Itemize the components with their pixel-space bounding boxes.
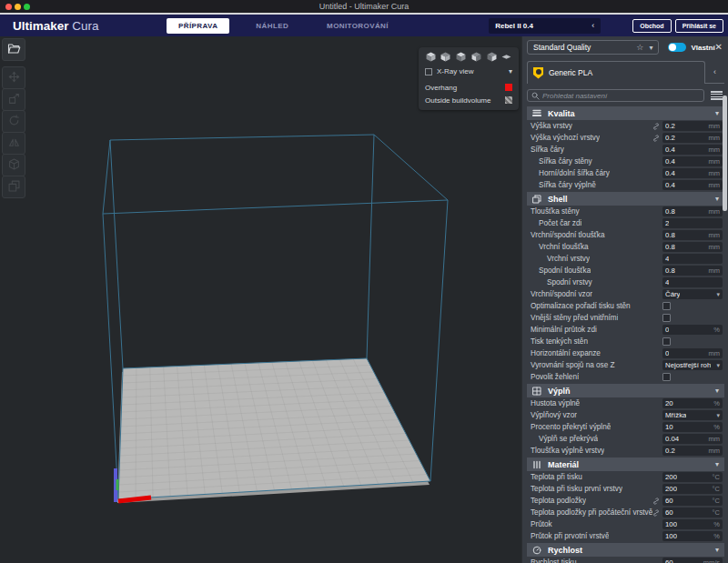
- setting-value-field[interactable]: 100 %: [662, 519, 723, 529]
- material-tab[interactable]: Generic PLA: [527, 61, 705, 84]
- search-box[interactable]: [527, 89, 704, 102]
- setting-value-field[interactable]: 0.4 mm: [662, 156, 723, 166]
- setting-label: Výplňový vzor: [527, 411, 577, 419]
- setting-value-field[interactable]: 4: [662, 254, 723, 264]
- setting-label: Spodní vrstvy: [527, 278, 592, 287]
- setting-value-field[interactable]: 0.8 mm: [662, 266, 723, 276]
- setting-value-field[interactable]: 0.8 mm: [662, 230, 723, 240]
- setting-value-field[interactable]: 10 %: [662, 422, 723, 432]
- setting-row-po-et-ar-zdi: Počet čar zdi 2: [527, 217, 724, 229]
- setting-value-field[interactable]: 0.4 mm: [662, 168, 723, 178]
- setting-value-field[interactable]: 0.4 mm: [662, 180, 723, 190]
- sign-in-button[interactable]: Přihlásit se: [675, 19, 723, 33]
- setting-label: Vrchní/spodní vzor: [527, 290, 592, 298]
- setting-label: Horní/dolní šířka čáry: [527, 169, 610, 177]
- build-volume-scene[interactable]: [0, 36, 521, 563]
- app-header: Ultimaker Cura PŘÍPRAVANÁHLEDMONITOROVÁN…: [0, 15, 728, 36]
- setting-value-field[interactable]: 200 °C: [662, 472, 723, 482]
- tab-monitorování[interactable]: MONITOROVÁNÍ: [315, 18, 400, 34]
- setting-label: Vrchní vrstvy: [527, 255, 590, 263]
- setting-value-field[interactable]: 0 %: [662, 325, 723, 335]
- move-tool-button[interactable]: [2, 66, 25, 89]
- view-mode-label: X-Ray view: [437, 67, 473, 75]
- view-front-button[interactable]: [440, 52, 451, 63]
- setting-value-field[interactable]: 0.4 mm: [662, 145, 723, 155]
- setting-checkbox[interactable]: [662, 302, 671, 310]
- printer-selector[interactable]: Rebel II 0.4 ‹: [489, 18, 601, 34]
- setting-label: Teplota podložky: [527, 497, 586, 505]
- build-volume-edge: [430, 200, 448, 481]
- minimize-window-button[interactable]: [15, 4, 21, 10]
- macos-titlebar: Untitled - Ultimaker Cura: [0, 0, 728, 13]
- rotate-tool-icon: [8, 114, 20, 130]
- setting-value-field[interactable]: 200 °C: [662, 484, 723, 494]
- setting-row-pr-tok: Průtok 100 %: [527, 518, 724, 530]
- setting-value-field[interactable]: 60 mm/s: [662, 558, 723, 563]
- setting-value-field[interactable]: 0.8 mm: [662, 242, 723, 252]
- setting-value-field[interactable]: 100 %: [662, 531, 723, 541]
- setting-value-field[interactable]: 60 °C: [662, 508, 723, 518]
- setting-dropdown[interactable]: Mřížka ▾: [662, 410, 723, 420]
- setting-value-field[interactable]: 0.2 mm: [662, 446, 723, 456]
- view-bottom-button[interactable]: [501, 52, 512, 63]
- scale-tool-button[interactable]: [2, 88, 25, 111]
- rotate-tool-button[interactable]: [2, 110, 25, 133]
- setting-row-ka-ry-st-ny: Šířka čáry stěny 0.4 mm: [527, 156, 724, 167]
- close-window-button[interactable]: [5, 4, 12, 10]
- open-file-button[interactable]: [2, 38, 25, 61]
- section-header-v-pl[interactable]: Výplň ▾: [527, 384, 724, 397]
- setting-label: Vyrovnání spojů na ose Z: [527, 361, 615, 369]
- build-volume-edge: [103, 140, 110, 214]
- collapse-panel-icon[interactable]: ‹: [713, 67, 716, 76]
- custom-mode-toggle[interactable]: [668, 43, 686, 52]
- profile-dropdown[interactable]: Standard Quality ☆ ▾: [527, 40, 659, 55]
- section-header-shell[interactable]: Shell ▾: [527, 192, 724, 206]
- setting-value-field[interactable]: 4: [662, 277, 723, 287]
- chevron-down-icon: ▾: [715, 387, 719, 395]
- view-right-button[interactable]: [486, 52, 497, 63]
- setting-value-field[interactable]: 0.04 mm: [662, 434, 723, 444]
- setting-value-field[interactable]: 20 %: [662, 398, 723, 408]
- scrollbar-thumb[interactable]: [723, 96, 727, 211]
- section-header-kvalita[interactable]: Kvalita ▾: [527, 106, 724, 120]
- per-model-settings-button[interactable]: [2, 154, 25, 176]
- section-header-rychlost[interactable]: Rychlost ▾: [527, 543, 724, 557]
- setting-row-teplota-podlo-ky-p-i-po-te-n-vrstv: Teplota podložky při počáteční vrstvě 60…: [527, 507, 724, 518]
- chevron-left-icon: ‹: [592, 21, 594, 30]
- setting-checkbox[interactable]: [662, 314, 671, 322]
- view-3d-button[interactable]: [425, 52, 436, 63]
- legend-item: Outside buildvolume: [425, 95, 512, 106]
- build-volume-edge: [110, 135, 374, 140]
- setting-value-field[interactable]: 0 mm: [662, 348, 723, 358]
- tab-příprava[interactable]: PŘÍPRAVA: [167, 18, 229, 34]
- section-header-materi-l[interactable]: Materiál ▾: [527, 457, 724, 471]
- search-input[interactable]: [542, 92, 700, 100]
- setting-value-field[interactable]: 2: [662, 218, 723, 228]
- setting-label: Horizontální expanze: [527, 349, 601, 357]
- setting-value-field[interactable]: 0.2 mm: [662, 121, 723, 131]
- setting-checkbox[interactable]: [662, 337, 671, 346]
- mirror-tool-button[interactable]: [2, 132, 25, 155]
- setting-value-field[interactable]: 60 °C: [662, 496, 723, 506]
- close-panel-icon[interactable]: ✕: [715, 43, 723, 52]
- support-blocker-button[interactable]: [2, 176, 25, 198]
- view-mode-dropdown[interactable]: X-Ray view ▾: [425, 67, 512, 75]
- setting-value-field[interactable]: 0.8 mm: [662, 206, 723, 216]
- setting-dropdown[interactable]: Nejostřejší roh ▾: [662, 360, 723, 370]
- setting-row-minim-ln-pr-tok-zdi: Minimální průtok zdi 0 %: [527, 324, 724, 336]
- section-title: Rychlost: [548, 546, 582, 555]
- setting-dropdown[interactable]: Čáry ▾: [662, 289, 723, 299]
- setting-value-field[interactable]: 0.2 mm: [662, 133, 723, 143]
- view-left-button[interactable]: [470, 52, 481, 63]
- setting-checkbox[interactable]: [662, 373, 671, 381]
- section-title: Kvalita: [548, 109, 575, 118]
- marketplace-button[interactable]: Obchod: [632, 19, 671, 33]
- settings-filter-menu-icon[interactable]: [711, 91, 723, 100]
- tab-náhled[interactable]: NÁHLED: [244, 18, 300, 34]
- extruder-tabs-row: Generic PLA ‹: [527, 61, 724, 84]
- view-top-button[interactable]: [456, 52, 467, 63]
- section-title: Výplň: [548, 387, 571, 396]
- 3d-viewport[interactable]: X-Ray view ▾ Overhang Outside buildvolum…: [0, 36, 521, 563]
- maximize-window-button[interactable]: [24, 4, 30, 10]
- build-volume-edge: [367, 135, 374, 358]
